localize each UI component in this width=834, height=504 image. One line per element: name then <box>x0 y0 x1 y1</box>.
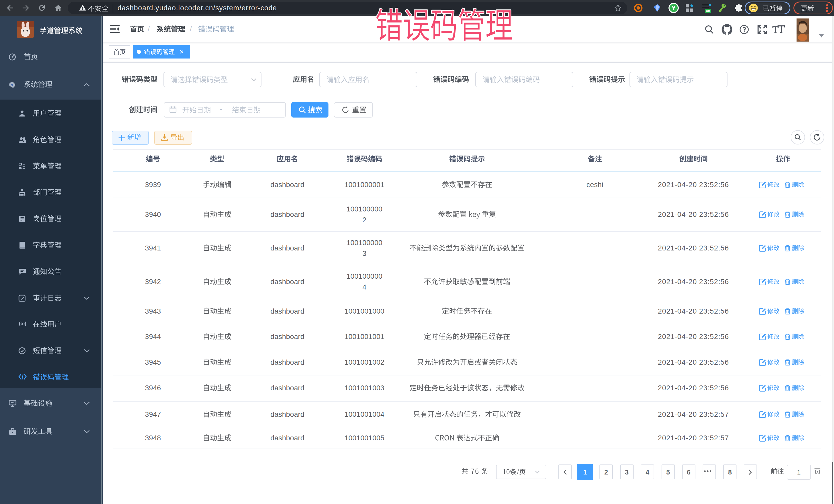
svg-text:on: on <box>706 9 710 13</box>
